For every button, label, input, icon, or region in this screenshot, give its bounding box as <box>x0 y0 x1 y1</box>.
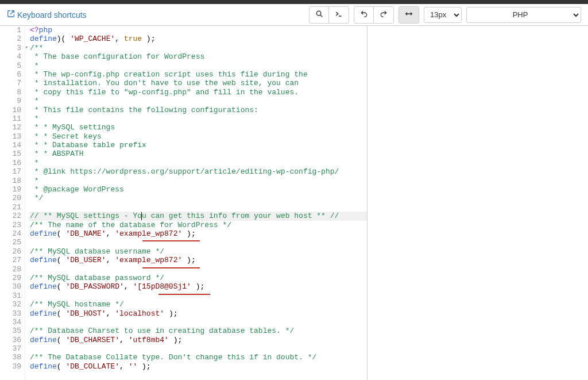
code-line[interactable]: * @package WordPress <box>30 185 367 194</box>
line-number-gutter: 1234567891011121314151617181920212223242… <box>0 26 25 380</box>
code-line[interactable]: * This file contains the following confi… <box>30 106 367 114</box>
line-number: 35 <box>0 327 21 335</box>
line-number: 6 <box>0 70 21 79</box>
line-number: 29 <box>0 274 21 282</box>
line-number: 13 <box>0 132 21 141</box>
wrap-icon <box>405 10 413 20</box>
line-number: 5 <box>0 62 21 70</box>
undo-button[interactable] <box>354 7 374 23</box>
code-line[interactable]: define( 'DB_HOST', 'localhost' ); <box>30 309 367 318</box>
wrap-group <box>399 6 419 24</box>
line-number: 24 <box>0 229 21 238</box>
terminal-icon <box>335 10 343 20</box>
line-number: 27 <box>0 256 21 264</box>
line-number: 7 <box>0 79 21 87</box>
line-number: 25 <box>0 238 21 247</box>
line-number: 9 <box>0 97 21 105</box>
language-select[interactable]: PHP <box>466 7 581 23</box>
line-number: 23 <box>0 221 21 229</box>
line-number: 4 <box>0 52 21 61</box>
code-line[interactable] <box>30 238 367 247</box>
preview-panel <box>368 26 588 380</box>
code-line[interactable]: define( 'DB_PASSWORD', '[15pD8@0Sj1' ); <box>30 282 367 291</box>
search-group <box>309 6 349 24</box>
keyboard-shortcuts-label: Keyboard shortcuts <box>17 10 87 20</box>
code-line[interactable]: * <box>30 62 367 70</box>
code-line[interactable]: * * ABSPATH <box>30 149 367 158</box>
code-line[interactable]: * * Database table prefix <box>30 141 367 149</box>
line-number: 30 <box>0 282 21 291</box>
line-number: 3 <box>0 44 21 52</box>
line-number: 26 <box>0 247 21 256</box>
code-line[interactable]: * copy this file to "wp-config.php" and … <box>30 88 367 97</box>
wrap-button[interactable] <box>399 7 419 23</box>
code-line[interactable]: * @link https://wordpress.org/support/ar… <box>30 167 367 176</box>
highlight-underline <box>142 267 200 268</box>
keyboard-shortcuts-link[interactable]: Keyboard shortcuts <box>7 10 87 20</box>
line-number: 39 <box>0 362 21 371</box>
code-line[interactable]: define( 'DB_CHARSET', 'utf8mb4' ); <box>30 336 367 344</box>
line-number: 28 <box>0 265 21 274</box>
code-line[interactable]: /** The name of the database for WordPre… <box>30 221 367 229</box>
code-line[interactable]: * installation. You don't have to use th… <box>30 79 367 87</box>
code-line[interactable]: define( 'DB_USER', 'example_wp872' ); <box>30 256 367 264</box>
redo-button[interactable] <box>374 7 393 23</box>
code-line[interactable] <box>30 318 367 327</box>
editor-wrap: 1234567891011121314151617181920212223242… <box>0 26 588 380</box>
code-line[interactable]: * * MySQL settings <box>30 123 367 132</box>
line-number: 21 <box>0 203 21 212</box>
code-line[interactable]: define( 'DB_NAME', 'example_wp872' ); <box>30 229 367 238</box>
code-line[interactable] <box>30 291 367 300</box>
line-number: 1 <box>0 26 21 34</box>
line-number: 22 <box>0 212 21 220</box>
line-number: 20 <box>0 194 21 202</box>
line-number: 8 <box>0 88 21 97</box>
code-line[interactable]: * The base configuration for WordPress <box>30 52 367 61</box>
line-number: 15 <box>0 149 21 158</box>
external-link-icon <box>7 10 15 20</box>
line-number: 31 <box>0 291 21 300</box>
line-number: 38 <box>0 353 21 362</box>
code-line[interactable]: * <box>30 97 367 105</box>
code-line[interactable]: /** MySQL database username */ <box>30 247 367 256</box>
line-number: 36 <box>0 336 21 344</box>
code-line[interactable]: * <box>30 114 367 123</box>
line-number: 37 <box>0 344 21 353</box>
code-line[interactable]: /** Database Charset to use in creating … <box>30 327 367 335</box>
code-line[interactable]: * <box>30 176 367 185</box>
line-number: 18 <box>0 176 21 185</box>
code-line[interactable]: * The wp-config.php creation script uses… <box>30 70 367 79</box>
code-editor[interactable]: 1234567891011121314151617181920212223242… <box>0 26 368 380</box>
code-line[interactable]: // ** MySQL settings - You can get this … <box>30 212 367 220</box>
line-number: 2 <box>0 34 21 43</box>
line-number: 16 <box>0 159 21 167</box>
line-number: 34 <box>0 318 21 327</box>
line-number: 19 <box>0 185 21 194</box>
font-size-select[interactable]: 13px <box>424 7 462 23</box>
code-line[interactable]: /** <box>30 44 367 52</box>
search-button[interactable] <box>310 7 329 23</box>
line-number: 12 <box>0 123 21 132</box>
code-line[interactable]: /** MySQL database password */ <box>30 274 367 282</box>
window-topbar <box>0 0 588 4</box>
code-line[interactable] <box>30 265 367 274</box>
redo-icon <box>380 10 388 20</box>
code-line[interactable]: */ <box>30 194 367 202</box>
undo-redo-group <box>354 6 394 24</box>
svg-point-0 <box>316 11 321 16</box>
code-line[interactable]: * * Secret keys <box>30 132 367 141</box>
line-number: 32 <box>0 300 21 309</box>
highlight-underline <box>142 240 200 241</box>
code-line[interactable]: /** The Database Collate type. Don't cha… <box>30 353 367 362</box>
code-line[interactable] <box>30 203 367 212</box>
code-line[interactable]: <?php <box>30 26 367 34</box>
code-line[interactable]: define)( 'WP_CACHE', true ); <box>30 34 367 43</box>
terminal-button[interactable] <box>329 7 349 23</box>
line-number: 33 <box>0 309 21 318</box>
code-line[interactable]: define( 'DB_COLLATE', '' ); <box>30 362 367 371</box>
code-line[interactable]: /** MySQL hostname */ <box>30 300 367 309</box>
code-line[interactable]: * <box>30 159 367 167</box>
line-number: 10 <box>0 106 21 114</box>
code-line[interactable] <box>30 344 367 353</box>
code-area[interactable]: <?phpdefine)( 'WP_CACHE', true );/** * T… <box>25 26 367 380</box>
